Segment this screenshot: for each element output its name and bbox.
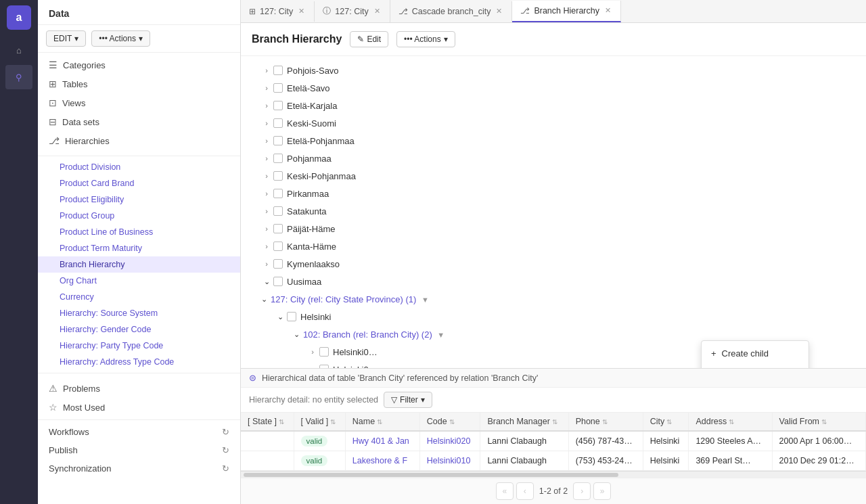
tree-toggle-pohjois-savo[interactable]: › <box>260 64 273 77</box>
col-header-phone[interactable]: Phone ⇅ <box>568 413 643 431</box>
sidebar-item-hierarchies[interactable]: ⎇ Hierarchies <box>38 131 240 150</box>
tree-toggle-pirkanmaa[interactable]: › <box>260 187 273 200</box>
sidebar-item-tables[interactable]: ⊞ Tables <box>38 74 240 93</box>
tree-toggle-helsinki[interactable]: ⌄ <box>273 310 287 323</box>
tree-checkbox-uusimaa[interactable] <box>273 277 283 286</box>
sidebar-sub-currency[interactable]: Currency <box>38 289 240 305</box>
col-header-branch-manager[interactable]: Branch Manager ⇅ <box>480 413 568 431</box>
branch-102-link[interactable]: 102: Branch (rel: Branch City) (2) <box>303 329 432 340</box>
tree-toggle-keski-pohjanmaa[interactable]: › <box>260 169 273 183</box>
tree-toggle-pohjanmaa[interactable]: › <box>260 152 273 165</box>
col-header-name[interactable]: Name ⇅ <box>345 413 419 431</box>
sidebar-item-problems[interactable]: ⚠ Problems <box>38 379 240 398</box>
sidebar-sub-product-eligibility[interactable]: Product Eligibility <box>38 191 240 208</box>
pagination-first[interactable]: « <box>496 482 514 500</box>
tree-row-paijat-hame[interactable]: › Päijät-Häme <box>241 220 866 237</box>
sidebar-sub-product-lob[interactable]: Product Line of Business <box>38 224 240 240</box>
sidebar-item-most-used[interactable]: ☆ Most Used <box>38 398 240 417</box>
tree-checkbox-keski-suomi[interactable] <box>273 118 283 128</box>
cell-name-2[interactable]: Lakeshore & F <box>345 451 419 471</box>
cell-name-1[interactable]: Hwy 401 & Jan <box>345 431 419 451</box>
tree-row-etela-pohjanmaa[interactable]: › Etelä-Pohjanmaa <box>241 132 866 150</box>
pagination-last[interactable]: » <box>593 482 611 500</box>
tree-checkbox-helsinki01x[interactable] <box>319 365 329 368</box>
tree-checkbox-pohjois-savo[interactable] <box>273 66 283 75</box>
tree-checkbox-pohjanmaa[interactable] <box>273 154 283 163</box>
tree-toggle-keski-suomi[interactable]: › <box>260 116 273 130</box>
tab-cascade[interactable]: ⎇ Cascade branch_city ✕ <box>390 1 513 22</box>
sidebar-item-workflows[interactable]: Workflows ↻ <box>38 423 240 441</box>
sidebar-sub-product-card-brand[interactable]: Product Card Brand <box>38 175 240 191</box>
sidebar-item-synchronization[interactable]: Synchronization ↻ <box>38 459 240 478</box>
sidebar-sub-product-term-maturity[interactable]: Product Term Maturity <box>38 240 240 256</box>
tree-checkbox-helsinki020[interactable] <box>319 347 329 357</box>
tree-row-etela-karjala[interactable]: › Etelä-Karjala <box>241 97 866 114</box>
nav-search[interactable]: ⚲ <box>5 65 32 89</box>
tab-close-cascade[interactable]: ✕ <box>495 7 503 16</box>
tree-toggle-etela-karjala[interactable]: › <box>260 99 273 112</box>
tree-checkbox-etela-pohjanmaa[interactable] <box>273 136 283 145</box>
cell-code-1[interactable]: Helsinki020 <box>419 431 480 451</box>
tree-row-city-127[interactable]: ⌄ 127: City (rel: City State Province) (… <box>241 290 866 308</box>
tree-checkbox-kanta-hame[interactable] <box>273 242 283 251</box>
col-header-valid[interactable]: [ Valid ] ⇅ <box>294 413 345 431</box>
tree-toggle-helsinki01x[interactable]: › <box>306 363 319 368</box>
col-header-address[interactable]: Address ⇅ <box>689 413 772 431</box>
tree-toggle-paijat-hame[interactable]: › <box>260 222 273 235</box>
tree-row-uusimaa[interactable]: ⌄ Uusimaa <box>241 273 866 290</box>
tree-checkbox-kymenlaakso[interactable] <box>273 259 283 269</box>
pagination-next[interactable]: › <box>573 482 591 500</box>
hierarchy-actions-button[interactable]: ••• Actions ▾ <box>396 31 455 47</box>
hierarchy-edit-button[interactable]: ✎ Edit <box>350 31 388 47</box>
tree-row-pirkanmaa[interactable]: › Pirkanmaa <box>241 185 866 202</box>
actions-button[interactable]: ••• Actions ▾ <box>91 30 150 47</box>
tree-toggle-uusimaa[interactable]: ⌄ <box>260 275 273 288</box>
tree-row-pohjanmaa[interactable]: › Pohjanmaa <box>241 150 866 167</box>
tab-close-127-city-info[interactable]: ✕ <box>373 7 382 16</box>
branch-102-filter-icon[interactable]: ▼ <box>437 331 445 339</box>
tree-checkbox-helsinki[interactable] <box>287 312 296 321</box>
tab-127-city-info[interactable]: ⓘ 127: City ✕ <box>315 0 390 22</box>
tree-toggle-kanta-hame[interactable]: › <box>260 239 273 253</box>
context-menu-create-child[interactable]: + Create child <box>702 344 808 363</box>
city-127-filter-icon[interactable]: ▼ <box>421 296 429 304</box>
tab-branch-hierarchy[interactable]: ⎇ Branch Hierarchy ✕ <box>512 1 621 22</box>
tree-toggle-branch-102[interactable]: ⌄ <box>290 327 303 341</box>
tree-row-pohjois-savo[interactable]: › Pohjois-Savo <box>241 62 866 79</box>
tree-row-helsinki[interactable]: ⌄ Helsinki <box>241 308 866 325</box>
pagination-prev[interactable]: ‹ <box>516 482 534 500</box>
tab-close-127-city-table[interactable]: ✕ <box>297 7 306 16</box>
tree-row-kymenlaakso[interactable]: › Kymenlaakso <box>241 255 866 273</box>
tree-toggle-helsinki020[interactable]: › <box>306 345 319 359</box>
col-header-state[interactable]: [ State ] ⇅ <box>241 413 294 431</box>
sidebar-sub-gender-code[interactable]: Hierarchy: Gender Code <box>38 321 240 338</box>
tree-toggle-kymenlaakso[interactable]: › <box>260 257 273 271</box>
col-header-code[interactable]: Code ⇅ <box>419 413 480 431</box>
tree-row-kanta-hame[interactable]: › Kanta-Häme <box>241 237 866 255</box>
tree-row-satakunta[interactable]: › Satakunta <box>241 202 866 220</box>
sidebar-sub-party-type-code[interactable]: Hierarchy: Party Type Code <box>38 338 240 354</box>
cell-code-2[interactable]: Helsinki010 <box>419 451 480 471</box>
city-127-link[interactable]: 127: City (rel: City State Province) (1) <box>271 294 416 304</box>
sidebar-item-categories[interactable]: ☰ Categories <box>38 55 240 74</box>
sidebar-sub-address-type-code[interactable]: Hierarchy: Address Type Code <box>38 354 240 370</box>
context-menu-show-children[interactable]: ⊞ Show children <box>702 363 808 368</box>
sidebar-sub-branch-hierarchy[interactable]: Branch Hierarchy <box>38 256 240 273</box>
filter-button[interactable]: ▽ Filter ▾ <box>384 392 432 408</box>
tree-checkbox-pirkanmaa[interactable] <box>273 189 283 198</box>
tree-checkbox-paijat-hame[interactable] <box>273 224 283 233</box>
sidebar-item-datasets[interactable]: ⊟ Data sets <box>38 112 240 131</box>
sidebar-item-publish[interactable]: Publish ↻ <box>38 441 240 459</box>
sidebar-sub-org-chart[interactable]: Org Chart <box>38 273 240 289</box>
col-header-city[interactable]: City ⇅ <box>643 413 689 431</box>
edit-button[interactable]: EDIT ▾ <box>46 30 86 47</box>
tree-row-keski-pohjanmaa[interactable]: › Keski-Pohjanmaa <box>241 167 866 185</box>
nav-home[interactable]: ⌂ <box>5 38 32 62</box>
tree-toggle-satakunta[interactable]: › <box>260 204 273 218</box>
sidebar-sub-source-system[interactable]: Hierarchy: Source System <box>38 305 240 321</box>
tree-row-keski-suomi[interactable]: › Keski-Suomi <box>241 114 866 132</box>
sidebar-item-views[interactable]: ⊡ Views <box>38 93 240 112</box>
tree-checkbox-satakunta[interactable] <box>273 206 283 216</box>
tree-checkbox-etela-karjala[interactable] <box>273 101 283 110</box>
sidebar-sub-product-division[interactable]: Product Division <box>38 159 240 175</box>
